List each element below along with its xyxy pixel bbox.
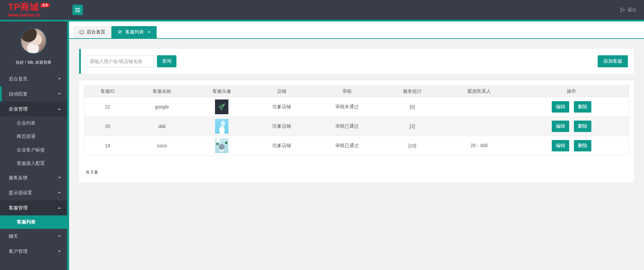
tab-label: 后台首页 xyxy=(87,29,105,35)
sidebar-subitem-label: 企业客户标签 xyxy=(17,147,45,153)
service-avatar-image xyxy=(215,138,228,153)
table-row: 20 didi 坑爹店铺 审核已通过 [2] 编辑 删除 xyxy=(85,117,629,136)
sidebar-subitem-label: 网页部署 xyxy=(17,134,36,140)
col-service-id: 客服ID xyxy=(85,86,131,97)
sidebar-item-service-feedback[interactable]: 服务反馈 xyxy=(0,170,67,185)
sidebar-item-label: 自动回复 xyxy=(9,91,28,97)
sidebar-subitem-web-deploy[interactable]: 网页部署 xyxy=(0,130,67,143)
close-icon[interactable]: × xyxy=(148,29,151,35)
cell-service-name: google xyxy=(130,97,193,117)
total-count-text: 共 3 条 xyxy=(84,170,629,175)
table-row: 18 coco 坑爹店铺 审核已通过 [10] 20：didi 编辑 删除 xyxy=(85,136,629,155)
cell-stats: [2] xyxy=(381,117,444,136)
app-logo: TP商城 2.0 www.tpshop.cn xyxy=(0,3,67,17)
col-service-name: 客服名称 xyxy=(130,86,193,97)
logo-version-badge: 2.0 xyxy=(41,3,50,7)
person-icon xyxy=(117,29,123,35)
logout-icon xyxy=(620,7,625,13)
cell-service-id: 18 xyxy=(85,136,131,155)
tab-service-list[interactable]: 客服列表 × xyxy=(111,26,157,38)
service-table: 客服ID 客服名称 客服头像 店铺 审核 服务统计 紧急联系人 操作 22 go… xyxy=(84,85,629,155)
edit-button[interactable]: 编辑 xyxy=(552,140,569,151)
chevron-up-icon xyxy=(58,107,61,110)
sidebar-item-label: 企业管理 xyxy=(9,106,28,112)
sidebar-subitem-label: 客服列表 xyxy=(17,219,36,225)
chevron-down-icon xyxy=(58,251,61,254)
sidebar-subitem-service-access-config[interactable]: 客服接入配置 xyxy=(0,157,67,170)
sidebar-item-chat[interactable]: 聊天 xyxy=(0,229,67,244)
sidebar-subitem-enterprise-list[interactable]: 企业列表 xyxy=(0,117,67,130)
sidebar: 你好！ldb, 欢迎登录 后台首页 自动回复 企业管理 企业列表 网页部署 企业… xyxy=(0,21,69,270)
sidebar-subitem-customer-tags[interactable]: 企业客户标签 xyxy=(0,143,67,157)
delete-button[interactable]: 删除 xyxy=(574,121,591,132)
sidebar-item-customer-management[interactable]: 客户管理 xyxy=(0,244,67,259)
sidebar-item-label: 聊天 xyxy=(9,233,18,240)
table-header-row: 客服ID 客服名称 客服头像 店铺 审核 服务统计 紧急联系人 操作 xyxy=(85,86,629,97)
add-service-button[interactable]: 添加客服 xyxy=(598,55,628,67)
sidebar-item-label: 后台首页 xyxy=(9,76,28,82)
main-area: 后台首页 客服列表 × 查询 添加客服 xyxy=(69,21,644,270)
chevron-down-icon xyxy=(58,78,61,81)
sidebar-subitem-label: 客服接入配置 xyxy=(17,160,45,166)
cell-stats: [0] xyxy=(381,97,444,117)
edit-button[interactable]: 编辑 xyxy=(552,121,569,132)
cell-service-name: coco xyxy=(130,136,193,155)
page-content: 查询 添加客服 客服ID 客服名称 客服头像 店铺 审核 服务统计 xyxy=(69,39,644,183)
sidebar-item-label: 服务反馈 xyxy=(9,175,28,181)
cell-shop: 坑爹店铺 xyxy=(251,117,313,136)
chevron-down-icon xyxy=(58,93,61,96)
col-operations: 操作 xyxy=(515,86,629,97)
sidebar-item-prompt-settings[interactable]: 提示语设置 xyxy=(0,185,67,200)
sidebar-item-label: 提示语设置 xyxy=(9,190,32,196)
logout-button[interactable]: 退出 xyxy=(620,0,637,20)
chevron-down-icon xyxy=(58,177,61,180)
chevron-up-icon xyxy=(58,205,61,209)
chevron-down-icon xyxy=(58,192,61,195)
search-input[interactable] xyxy=(86,55,154,67)
cell-shop: 坑爹店铺 xyxy=(251,97,313,117)
cell-contact xyxy=(444,97,515,117)
service-table-panel: 客服ID 客服名称 客服头像 店铺 审核 服务统计 紧急联系人 操作 22 go… xyxy=(79,80,634,183)
tab-bar: 后台首页 客服列表 × xyxy=(69,21,644,39)
search-button[interactable]: 查询 xyxy=(157,55,176,67)
paper-plane-icon xyxy=(217,103,226,111)
search-panel: 查询 添加客服 xyxy=(79,49,634,74)
table-row: 22 google 坑爹店铺 审核未通过 [0] xyxy=(85,97,629,117)
cell-service-id: 20 xyxy=(85,117,131,136)
cell-shop: 坑爹店铺 xyxy=(251,136,313,155)
sidebar-item-label: 客户管理 xyxy=(9,249,28,255)
sidebar-menu: 后台首页 自动回复 企业管理 企业列表 网页部署 企业客户标签 客服接入配置 服… xyxy=(0,71,67,259)
sidebar-item-label: 客服管理 xyxy=(9,205,28,211)
sidebar-subitem-service-list[interactable]: 客服列表 xyxy=(0,215,67,229)
logo-title: TP商城 xyxy=(8,3,39,12)
sidebar-item-enterprise[interactable]: 企业管理 xyxy=(0,102,67,117)
col-service-avatar: 客服头像 xyxy=(193,86,250,97)
sidebar-item-auto-reply[interactable]: 自动回复 xyxy=(0,86,67,102)
service-avatar-image xyxy=(215,119,228,134)
sidebar-item-home[interactable]: 后台首页 xyxy=(0,71,67,86)
cell-contact: 20：didi xyxy=(444,136,515,155)
col-service-stats: 服务统计 xyxy=(381,86,444,97)
cell-service-name: didi xyxy=(130,117,193,136)
cell-audit: 审核未通过 xyxy=(313,97,381,117)
sidebar-item-service-management[interactable]: 客服管理 xyxy=(0,200,67,215)
sidebar-subitem-label: 企业列表 xyxy=(17,120,36,126)
monitor-icon xyxy=(79,30,84,35)
cell-audit: 审核已通过 xyxy=(313,136,381,155)
logout-label: 退出 xyxy=(627,7,637,13)
tab-label: 客服列表 xyxy=(125,29,144,35)
cell-contact xyxy=(444,117,515,136)
cell-stats: [10] xyxy=(381,136,444,155)
cell-service-id: 22 xyxy=(85,97,131,117)
top-header: TP商城 2.0 www.tpshop.cn 退出 xyxy=(0,0,644,20)
chevron-down-icon xyxy=(58,235,61,239)
tab-dashboard[interactable]: 后台首页 xyxy=(73,26,111,38)
welcome-text: 你好！ldb, 欢迎登录 xyxy=(16,60,52,65)
hamburger-menu-button[interactable] xyxy=(72,5,83,15)
cell-audit: 审核已通过 xyxy=(313,117,381,136)
delete-button[interactable]: 删除 xyxy=(574,140,591,151)
col-emergency-contact: 紧急联系人 xyxy=(444,86,515,97)
col-audit: 审核 xyxy=(313,86,381,97)
delete-button[interactable]: 删除 xyxy=(574,101,591,113)
edit-button[interactable]: 编辑 xyxy=(552,101,569,113)
